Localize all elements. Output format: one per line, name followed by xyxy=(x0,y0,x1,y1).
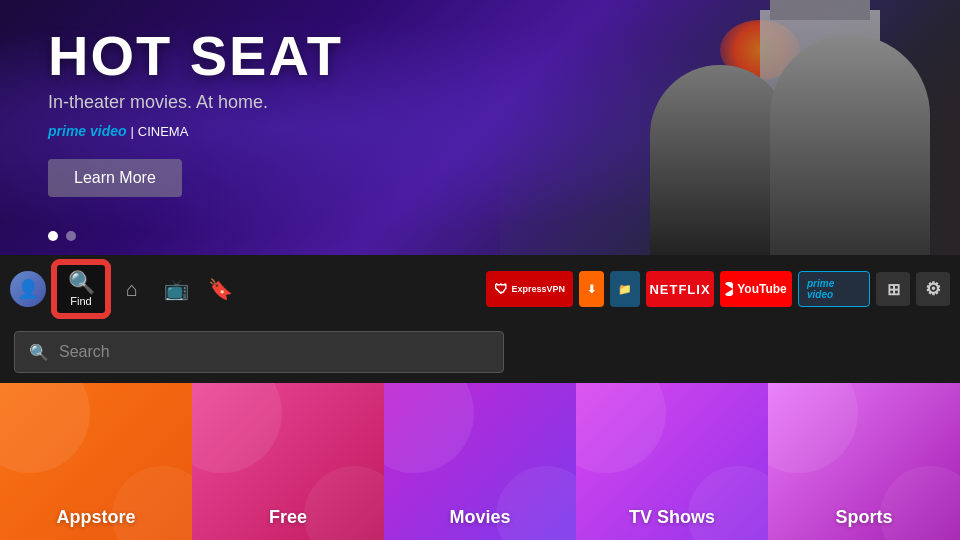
prime-video-logo: prime video | CINEMA xyxy=(48,123,188,139)
movies-label: Movies xyxy=(449,507,510,528)
add-apps-button[interactable]: ⊞ xyxy=(876,272,910,306)
sports-category[interactable]: Sports xyxy=(768,383,960,540)
tvshows-label: TV Shows xyxy=(629,507,715,528)
appstore-category[interactable]: Appstore xyxy=(0,383,192,540)
nav-bar: 👤 🔍 Find ⌂ 📺 🔖 🛡 ExpressVPN ⬇ 📁 NETFLIX xyxy=(0,255,960,323)
grid-icon: ⊞ xyxy=(887,280,900,299)
learn-more-button[interactable]: Learn More xyxy=(48,159,182,197)
search-bar-icon: 🔍 xyxy=(29,343,49,362)
hero-banner: HOT SEAT In-theater movies. At home. pri… xyxy=(0,0,960,255)
movies-category[interactable]: Movies xyxy=(384,383,576,540)
youtube-label: YouTube xyxy=(737,282,787,296)
hero-subtitle: In-theater movies. At home. xyxy=(48,92,343,113)
prime-video-app[interactable]: prime video xyxy=(798,271,870,307)
youtube-play-icon xyxy=(725,282,733,296)
expressvpn-icon: 🛡 xyxy=(494,281,508,297)
appstore-label: Appstore xyxy=(56,507,135,528)
search-icon: 🔍 xyxy=(68,272,95,294)
avatar[interactable]: 👤 xyxy=(10,271,46,307)
prime-video-label: prime video xyxy=(807,278,861,300)
dot-1[interactable] xyxy=(48,231,58,241)
tv-icon: 📺 xyxy=(164,277,189,301)
netflix-label: NETFLIX xyxy=(649,282,710,297)
bookmark-button[interactable]: 🔖 xyxy=(200,269,240,309)
bookmark-icon: 🔖 xyxy=(208,277,233,301)
hero-brand: prime video | CINEMA xyxy=(48,123,343,139)
find-label: Find xyxy=(70,295,91,307)
home-icon: ⌂ xyxy=(126,278,138,301)
settings-button[interactable]: ⚙ xyxy=(916,272,950,306)
gear-icon: ⚙ xyxy=(925,278,941,300)
categories-grid: Appstore Free Movies TV Shows Sports xyxy=(0,383,960,540)
tvshows-category[interactable]: TV Shows xyxy=(576,383,768,540)
expressvpn-app[interactable]: 🛡 ExpressVPN xyxy=(486,271,573,307)
filemanager-app[interactable]: 📁 xyxy=(610,271,640,307)
search-container: 🔍 Search xyxy=(0,323,960,383)
downloader-icon: ⬇ xyxy=(587,283,596,296)
filemanager-icon: 📁 xyxy=(618,283,632,296)
app-shortcuts: 🛡 ExpressVPN ⬇ 📁 NETFLIX YouTube prime v… xyxy=(486,271,950,307)
youtube-app[interactable]: YouTube xyxy=(720,271,792,307)
free-category[interactable]: Free xyxy=(192,383,384,540)
free-label: Free xyxy=(269,507,307,528)
home-button[interactable]: ⌂ xyxy=(112,269,152,309)
tv-button[interactable]: 📺 xyxy=(156,269,196,309)
sports-label: Sports xyxy=(835,507,892,528)
find-button[interactable]: 🔍 Find xyxy=(54,262,108,316)
dot-2[interactable] xyxy=(66,231,76,241)
downloader-app[interactable]: ⬇ xyxy=(579,271,604,307)
hero-dots xyxy=(48,231,76,241)
search-placeholder: Search xyxy=(59,343,110,361)
avatar-icon: 👤 xyxy=(17,278,39,300)
hero-title: HOT SEAT xyxy=(48,28,343,84)
netflix-app[interactable]: NETFLIX xyxy=(646,271,714,307)
search-bar[interactable]: 🔍 Search xyxy=(14,331,504,373)
